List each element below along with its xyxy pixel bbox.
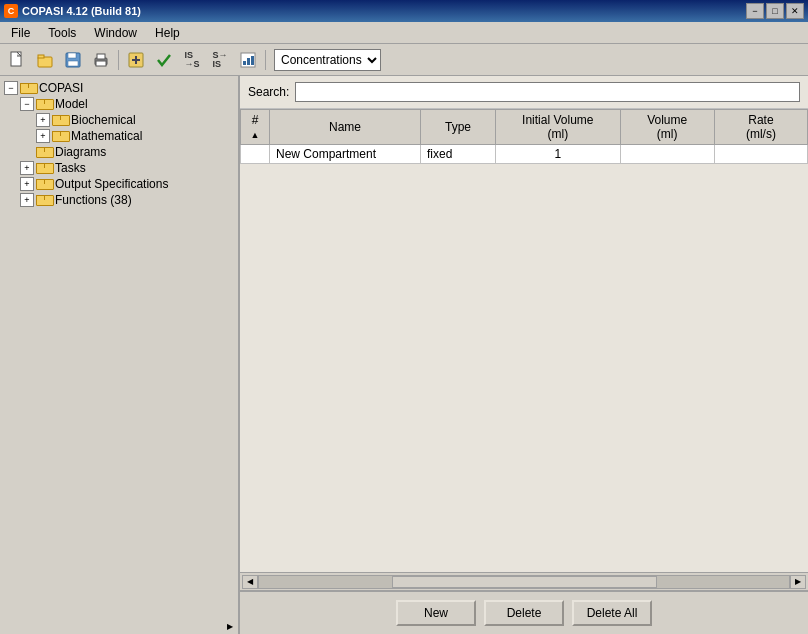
sidebar-item-diagrams[interactable]: Diagrams: [4, 144, 234, 160]
col-header-volume[interactable]: Volume (ml): [620, 110, 714, 145]
svg-rect-15: [251, 56, 254, 65]
model-label: Model: [55, 97, 88, 111]
toolbar-sep-1: [118, 50, 119, 70]
save-button[interactable]: [60, 48, 86, 72]
concentrations-dropdown[interactable]: Concentrations: [274, 49, 381, 71]
sidebar-item-tasks[interactable]: + Tasks: [4, 160, 234, 176]
title-bar: C COPASI 4.12 (Build 81) − □ ✕: [0, 0, 808, 22]
sidebar-item-functions[interactable]: + Functions (38): [4, 192, 234, 208]
output-spec-label: Output Specifications: [55, 177, 168, 191]
svg-rect-4: [68, 53, 76, 58]
new-button[interactable]: New: [396, 600, 476, 626]
svg-rect-8: [96, 61, 106, 66]
chart-button[interactable]: [235, 48, 261, 72]
folder-icon-diagrams: [36, 147, 52, 158]
menu-help[interactable]: Help: [146, 23, 189, 43]
horizontal-scrollbar[interactable]: ◀ ▶: [240, 572, 808, 590]
functions-label: Functions (38): [55, 193, 132, 207]
sidebar-item-mathematical[interactable]: + Mathematical: [4, 128, 234, 144]
folder-icon-biochemical: [52, 115, 68, 126]
menu-window[interactable]: Window: [85, 23, 146, 43]
delete-button[interactable]: Delete: [484, 600, 564, 626]
folder-icon-tasks: [36, 163, 52, 174]
mathematical-label: Mathematical: [71, 129, 142, 143]
sidebar: − COPASI − Model + Biochemical + Mathema…: [0, 76, 240, 634]
sidebar-scroll-arrow[interactable]: ▶: [222, 618, 238, 634]
title-bar-controls: − □ ✕: [746, 3, 804, 19]
col-header-name[interactable]: Name: [270, 110, 421, 145]
folder-icon-mathematical: [52, 131, 68, 142]
svg-rect-14: [247, 58, 250, 65]
col-num-label: #: [247, 113, 263, 127]
table-row[interactable]: New Compartment fixed 1: [241, 145, 808, 164]
main-container: − COPASI − Model + Biochemical + Mathema…: [0, 76, 808, 634]
folder-icon-copasi: [20, 83, 36, 94]
toggle-copasi[interactable]: −: [4, 81, 18, 95]
s-to-is-button[interactable]: S→IS: [207, 48, 233, 72]
check-button[interactable]: [151, 48, 177, 72]
cell-volume: [620, 145, 714, 164]
table-container: # ▲ Name Type Initial Volume (ml): [240, 109, 808, 572]
svg-rect-7: [97, 54, 105, 59]
toggle-output-spec[interactable]: +: [20, 177, 34, 191]
diagrams-label: Diagrams: [55, 145, 106, 159]
folder-icon-model: [36, 99, 52, 110]
print-button[interactable]: [88, 48, 114, 72]
tasks-label: Tasks: [55, 161, 86, 175]
menu-bar: File Tools Window Help: [0, 22, 808, 44]
toggle-tasks[interactable]: +: [20, 161, 34, 175]
folder-icon-functions: [36, 195, 52, 206]
new-file-button[interactable]: [4, 48, 30, 72]
cell-name: New Compartment: [270, 145, 421, 164]
folder-icon-output-spec: [36, 179, 52, 190]
cell-num: [241, 145, 270, 164]
col-header-initial-vol[interactable]: Initial Volume (ml): [496, 110, 620, 145]
svg-rect-13: [243, 61, 246, 65]
close-button[interactable]: ✕: [786, 3, 804, 19]
col-header-type[interactable]: Type: [421, 110, 496, 145]
svg-rect-2: [38, 55, 44, 58]
toggle-mathematical[interactable]: +: [36, 129, 50, 143]
search-label: Search:: [248, 85, 289, 99]
sidebar-item-biochemical[interactable]: + Biochemical: [4, 112, 234, 128]
hscroll-thumb[interactable]: [392, 576, 657, 588]
col-header-num[interactable]: # ▲: [241, 110, 270, 145]
toolbar: IS→S S→IS Concentrations: [0, 44, 808, 76]
open-button[interactable]: [32, 48, 58, 72]
content-panel: Search: # ▲ Name Type: [240, 76, 808, 634]
sidebar-item-output-spec[interactable]: + Output Specifications: [4, 176, 234, 192]
copasi-label: COPASI: [39, 81, 83, 95]
window-title: COPASI 4.12 (Build 81): [22, 5, 141, 17]
cell-rate: [714, 145, 807, 164]
search-input[interactable]: [295, 82, 800, 102]
col-header-rate[interactable]: Rate (ml/s): [714, 110, 807, 145]
toggle-functions[interactable]: +: [20, 193, 34, 207]
compartments-table: # ▲ Name Type Initial Volume (ml): [240, 109, 808, 164]
table-header-row: # ▲ Name Type Initial Volume (ml): [241, 110, 808, 145]
sidebar-item-copasi[interactable]: − COPASI: [4, 80, 234, 96]
menu-tools[interactable]: Tools: [39, 23, 85, 43]
hscroll-left-arrow[interactable]: ◀: [242, 575, 258, 589]
biochemical-label: Biochemical: [71, 113, 136, 127]
minimize-button[interactable]: −: [746, 3, 764, 19]
is-down-button[interactable]: IS→S: [179, 48, 205, 72]
action-bar: New Delete Delete All: [240, 590, 808, 634]
title-bar-left: C COPASI 4.12 (Build 81): [4, 4, 141, 18]
svg-rect-5: [68, 61, 78, 66]
toggle-biochemical[interactable]: +: [36, 113, 50, 127]
hscroll-right-arrow[interactable]: ▶: [790, 575, 806, 589]
sidebar-item-model[interactable]: − Model: [4, 96, 234, 112]
concentrations-select[interactable]: Concentrations: [274, 49, 381, 71]
search-bar: Search:: [240, 76, 808, 109]
maximize-button[interactable]: □: [766, 3, 784, 19]
cell-initial-vol: 1: [496, 145, 620, 164]
toolbar-sep-2: [265, 50, 266, 70]
hscroll-track[interactable]: [258, 575, 790, 589]
cell-type: fixed: [421, 145, 496, 164]
menu-file[interactable]: File: [2, 23, 39, 43]
delete-all-button[interactable]: Delete All: [572, 600, 652, 626]
toggle-model[interactable]: −: [20, 97, 34, 111]
app-icon: C: [4, 4, 18, 18]
add-button[interactable]: [123, 48, 149, 72]
